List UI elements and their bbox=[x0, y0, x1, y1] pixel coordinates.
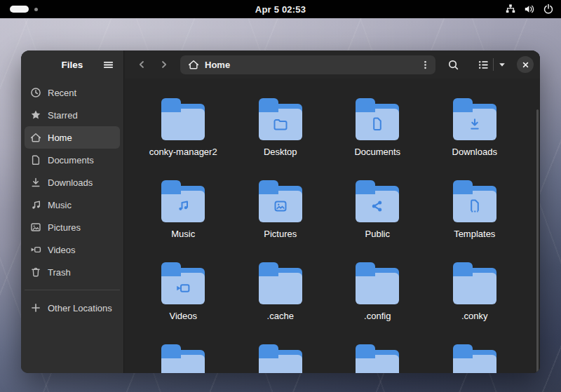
top-bar: Apr 5 02:53 bbox=[0, 0, 561, 18]
folder-item-.conky[interactable]: .conky bbox=[433, 261, 516, 343]
sidebar-item-pictures[interactable]: Pictures bbox=[25, 216, 120, 238]
sidebar-list: RecentStarredHomeDocumentsDownloadsMusic… bbox=[21, 79, 123, 319]
headerbar: Home bbox=[125, 50, 540, 79]
folder-item-music[interactable]: Music bbox=[142, 179, 224, 261]
folder-label: Downloads bbox=[452, 147, 497, 157]
music-icon bbox=[30, 199, 41, 210]
sidebar-item-label: Pictures bbox=[48, 222, 81, 233]
folder-item-conky-manager2[interactable]: conky-manager2 bbox=[142, 97, 224, 179]
folder-label: Desktop bbox=[264, 147, 297, 157]
sidebar-item-documents[interactable]: Documents bbox=[25, 149, 120, 171]
clock[interactable]: Apr 5 02:53 bbox=[0, 4, 561, 15]
folder-item-desktop[interactable]: Desktop bbox=[239, 97, 322, 179]
sidebar-item-starred[interactable]: Starred bbox=[25, 104, 120, 126]
folder-label: Pictures bbox=[264, 229, 297, 239]
folder-item-partial[interactable] bbox=[336, 343, 419, 373]
home-icon bbox=[188, 59, 199, 70]
folder-item-partial[interactable] bbox=[142, 343, 224, 373]
folder-view: conky-manager2DesktopDocumentsDownloadsM… bbox=[125, 79, 540, 373]
power-icon[interactable] bbox=[542, 4, 554, 15]
sidebar: Files RecentStarredHomeDocumentsDownload… bbox=[21, 50, 124, 373]
nav-buttons bbox=[133, 55, 173, 74]
vertical-scrollbar[interactable] bbox=[536, 109, 539, 373]
sidebar-divider bbox=[25, 290, 120, 290]
folder-item-downloads[interactable]: Downloads bbox=[433, 97, 516, 179]
document-icon bbox=[30, 154, 41, 165]
sidebar-item-downloads[interactable]: Downloads bbox=[25, 171, 120, 194]
folder-label: .config bbox=[364, 311, 391, 321]
sidebar-item-label: Home bbox=[48, 133, 72, 143]
folder-item-templates[interactable]: Templates bbox=[433, 179, 516, 261]
list-view-button[interactable] bbox=[473, 55, 493, 74]
sidebar-item-label: Other Locations bbox=[48, 303, 112, 313]
folder-grid: conky-manager2DesktopDocumentsDownloadsM… bbox=[125, 79, 540, 373]
location-menu-kebab-icon[interactable] bbox=[417, 57, 433, 72]
recent-icon bbox=[30, 87, 41, 98]
home-icon bbox=[30, 132, 41, 143]
trash-icon bbox=[30, 266, 41, 278]
network-wired-icon[interactable] bbox=[504, 4, 516, 15]
folder-label: .cache bbox=[267, 311, 294, 321]
folder-item-partial[interactable] bbox=[239, 343, 322, 373]
folder-item-videos[interactable]: Videos bbox=[142, 261, 224, 343]
folder-label: Public bbox=[365, 229, 390, 239]
system-tray[interactable] bbox=[504, 4, 554, 15]
sidebar-item-other-locations[interactable]: Other Locations bbox=[25, 297, 120, 319]
folder-label: Videos bbox=[169, 311, 197, 321]
view-toggle bbox=[473, 55, 511, 74]
folder-item-documents[interactable]: Documents bbox=[336, 97, 419, 179]
sidebar-item-label: Music bbox=[48, 200, 72, 210]
download-icon bbox=[30, 177, 41, 188]
back-button[interactable] bbox=[133, 55, 151, 74]
hamburger-menu-button[interactable] bbox=[100, 56, 116, 73]
sidebar-item-label: Downloads bbox=[48, 177, 93, 188]
sidebar-item-label: Trash bbox=[48, 267, 71, 278]
sidebar-item-home[interactable]: Home bbox=[25, 126, 120, 149]
folder-label: Templates bbox=[454, 229, 495, 239]
folder-label: Documents bbox=[354, 147, 400, 157]
folder-item-.config[interactable]: .config bbox=[336, 261, 419, 343]
folder-item-partial[interactable] bbox=[433, 343, 516, 373]
plus-icon bbox=[30, 302, 41, 313]
forward-button[interactable] bbox=[155, 55, 173, 74]
sidebar-item-videos[interactable]: Videos bbox=[25, 238, 120, 261]
folder-label: .conky bbox=[461, 311, 488, 321]
video-icon bbox=[30, 244, 41, 255]
sidebar-item-label: Documents bbox=[48, 155, 94, 165]
sidebar-item-label: Recent bbox=[48, 88, 76, 98]
current-location-label: Home bbox=[205, 60, 417, 70]
picture-icon bbox=[30, 222, 41, 233]
starred-icon bbox=[30, 109, 41, 121]
sidebar-item-label: Videos bbox=[48, 245, 76, 255]
files-window: Files RecentStarredHomeDocumentsDownload… bbox=[21, 50, 540, 373]
folder-label: conky-manager2 bbox=[149, 147, 217, 157]
view-options-caret-button[interactable] bbox=[494, 55, 511, 74]
path-bar[interactable]: Home bbox=[180, 55, 435, 74]
folder-item-pictures[interactable]: Pictures bbox=[239, 179, 322, 261]
sidebar-header: Files bbox=[21, 50, 123, 79]
close-window-button[interactable] bbox=[517, 56, 534, 73]
search-button[interactable] bbox=[444, 55, 462, 74]
folder-label: Music bbox=[171, 229, 195, 239]
folder-item-.cache[interactable]: .cache bbox=[239, 261, 322, 343]
app-title: Files bbox=[62, 60, 83, 70]
volume-icon[interactable] bbox=[523, 4, 535, 15]
sidebar-item-recent[interactable]: Recent bbox=[25, 81, 120, 104]
folder-item-public[interactable]: Public bbox=[336, 179, 419, 261]
sidebar-item-music[interactable]: Music bbox=[25, 194, 120, 216]
main-pane: Home conky-manager2D bbox=[125, 50, 540, 373]
sidebar-item-label: Starred bbox=[48, 110, 78, 121]
sidebar-item-trash[interactable]: Trash bbox=[25, 261, 120, 283]
